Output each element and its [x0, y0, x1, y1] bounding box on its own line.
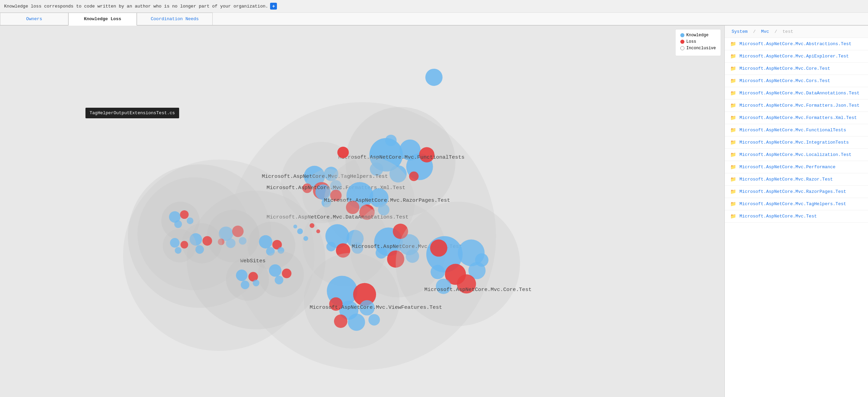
svg-point-88	[282, 269, 292, 278]
right-panel: System / Mvc / test 📁Microsoft.AspNetCor…	[724, 26, 868, 397]
file-name: Microsoft.AspNetCore.Mvc.Cors.Test	[739, 78, 830, 83]
file-list: 📁Microsoft.AspNetCore.Mvc.Abstractions.T…	[725, 38, 868, 397]
svg-point-89	[275, 276, 283, 284]
list-item[interactable]: 📁Microsoft.AspNetCore.Mvc.Core.Test	[725, 63, 868, 75]
list-item[interactable]: 📁Microsoft.AspNetCore.Mvc.Formatters.Xml…	[725, 112, 868, 124]
list-item[interactable]: 📁Microsoft.AspNetCore.Mvc.TagHelpers.Tes…	[725, 198, 868, 210]
svg-point-57	[430, 239, 447, 256]
svg-point-55	[475, 253, 489, 267]
svg-point-103	[181, 241, 188, 248]
svg-point-3	[425, 69, 442, 86]
svg-point-108	[293, 225, 297, 228]
file-name: Microsoft.AspNetCore.Mvc.Formatters.Xml.…	[739, 115, 857, 120]
list-item[interactable]: 📁Microsoft.AspNetCore.Mvc.IntegrationTes…	[725, 136, 868, 149]
tabs-bar: Owners Knowledge Loss Coordination Needs	[0, 13, 868, 26]
svg-point-105	[297, 228, 303, 234]
folder-icon: 📁	[730, 53, 736, 59]
file-name: Microsoft.AspNetCore.Mvc.RazorPages.Test	[739, 189, 846, 194]
breadcrumb: System / Mvc / test	[725, 26, 868, 38]
svg-point-77	[259, 235, 272, 249]
folder-icon: 📁	[730, 164, 736, 170]
svg-text:Microsoft.AspNetCore.Mvc.Core.: Microsoft.AspNetCore.Mvc.Core.Test	[424, 287, 532, 293]
file-name: Microsoft.AspNetCore.Mvc.Localization.Te…	[739, 152, 852, 157]
list-item[interactable]: 📁Microsoft.AspNetCore.Mvc.RazorPages.Tes…	[725, 186, 868, 198]
folder-icon: 📁	[730, 152, 736, 158]
svg-point-10	[385, 135, 397, 146]
folder-icon: 📁	[730, 213, 736, 219]
file-name: Microsoft.AspNetCore.Mvc.ApiExplorer.Tes…	[739, 54, 849, 59]
list-item[interactable]: 📁Microsoft.AspNetCore.Mvc.Razor.Test	[725, 173, 868, 186]
tab-owners[interactable]: Owners	[0, 13, 68, 25]
list-item[interactable]: 📁Microsoft.AspNetCore.Mvc.DataAnnotation…	[725, 87, 868, 100]
list-item[interactable]: 📁Microsoft.AspNetCore.Mvc.Formatters.Jso…	[725, 100, 868, 112]
legend: Knowledge Loss Inconclusive	[675, 29, 721, 56]
list-item[interactable]: 📁Microsoft.AspNetCore.Mvc.Performance	[725, 161, 868, 173]
folder-icon: 📁	[730, 140, 736, 145]
svg-point-104	[175, 247, 182, 254]
folder-icon: 📁	[730, 201, 736, 207]
list-item[interactable]: 📁Microsoft.AspNetCore.Mvc.Localization.T…	[725, 149, 868, 161]
svg-point-99	[202, 236, 212, 246]
svg-point-102	[170, 238, 179, 248]
folder-icon: 📁	[730, 176, 736, 182]
folder-icon: 📁	[730, 127, 736, 133]
list-item[interactable]: 📁Microsoft.AspNetCore.Mvc.Cors.Test	[725, 75, 868, 87]
svg-point-107	[303, 236, 308, 241]
svg-point-106	[310, 223, 315, 228]
description-text: Knowledge loss corresponds to code writt…	[4, 4, 268, 9]
tab-knowledge-loss[interactable]: Knowledge Loss	[68, 13, 137, 26]
breadcrumb-sep1: /	[753, 29, 759, 34]
svg-point-100	[195, 245, 204, 254]
file-name: Microsoft.AspNetCore.Mvc.Razor.Test	[739, 177, 833, 182]
legend-loss: Loss	[680, 39, 716, 44]
svg-point-65	[348, 314, 365, 331]
add-button[interactable]: +	[270, 3, 277, 10]
svg-point-84	[241, 281, 249, 289]
bubble-chart: Microsoft.AspNetCore.Mvc.FunctionalTests…	[0, 26, 724, 397]
folder-icon: 📁	[730, 90, 736, 96]
breadcrumb-system[interactable]: System	[732, 29, 748, 34]
folder-icon: 📁	[730, 41, 736, 47]
svg-point-66	[369, 314, 380, 326]
svg-point-87	[269, 264, 281, 277]
inconclusive-dot	[680, 46, 684, 50]
file-name: Microsoft.AspNetCore.Mvc.TagHelpers.Test	[739, 201, 846, 207]
list-item[interactable]: 📁Microsoft.AspNetCore.Mvc.FunctionalTest…	[725, 124, 868, 136]
svg-text:Microsoft.AspNetCore.Mvc.ViewF: Microsoft.AspNetCore.Mvc.ViewFeatures.Te…	[310, 304, 442, 310]
svg-point-110	[337, 147, 349, 158]
folder-icon: 📁	[730, 189, 736, 195]
svg-point-38	[326, 242, 336, 251]
svg-point-94	[180, 210, 189, 219]
legend-knowledge: Knowledge	[680, 33, 716, 38]
folder-icon: 📁	[730, 103, 736, 108]
knowledge-dot	[680, 33, 684, 37]
svg-point-12	[409, 172, 419, 181]
svg-point-85	[253, 280, 259, 287]
file-name: Microsoft.AspNetCore.Mvc.Core.Test	[739, 66, 830, 71]
file-name: Microsoft.AspNetCore.Mvc.IntegrationTest…	[739, 140, 849, 145]
file-name: Microsoft.AspNetCore.Mvc.Abstractions.Te…	[739, 41, 852, 47]
file-name: Microsoft.AspNetCore.Mvc.Test	[739, 214, 817, 219]
breadcrumb-test: test	[783, 29, 793, 34]
list-item[interactable]: 📁Microsoft.AspNetCore.Mvc.ApiExplorer.Te…	[725, 50, 868, 63]
svg-point-95	[174, 220, 182, 228]
folder-icon: 📁	[730, 78, 736, 84]
list-item[interactable]: 📁Microsoft.AspNetCore.Mvc.Test	[725, 210, 868, 223]
folder-icon: 📁	[730, 115, 736, 121]
tab-coordination-needs[interactable]: Coordination Needs	[137, 13, 213, 25]
knowledge-label: Knowledge	[686, 33, 709, 38]
folder-icon: 📁	[730, 66, 736, 71]
breadcrumb-mvc[interactable]: Mvc	[761, 29, 769, 34]
tooltip: TagHelperOutputExtensionsTest.cs	[85, 108, 179, 118]
tooltip-text: TagHelperOutputExtensionsTest.cs	[90, 110, 175, 116]
loss-label: Loss	[686, 39, 696, 44]
top-description-bar: Knowledge loss corresponds to code writt…	[0, 0, 868, 13]
legend-inconclusive: Inconclusive	[680, 46, 716, 51]
file-name: Microsoft.AspNetCore.Mvc.Performance	[739, 164, 836, 170]
svg-point-53	[431, 265, 445, 279]
visualization-area[interactable]: Microsoft.AspNetCore.Mvc.FunctionalTests…	[0, 26, 724, 397]
main-content: Microsoft.AspNetCore.Mvc.FunctionalTests…	[0, 26, 868, 397]
svg-point-82	[236, 269, 248, 281]
list-item[interactable]: 📁Microsoft.AspNetCore.Mvc.Abstractions.T…	[725, 38, 868, 50]
svg-point-101	[163, 229, 196, 262]
